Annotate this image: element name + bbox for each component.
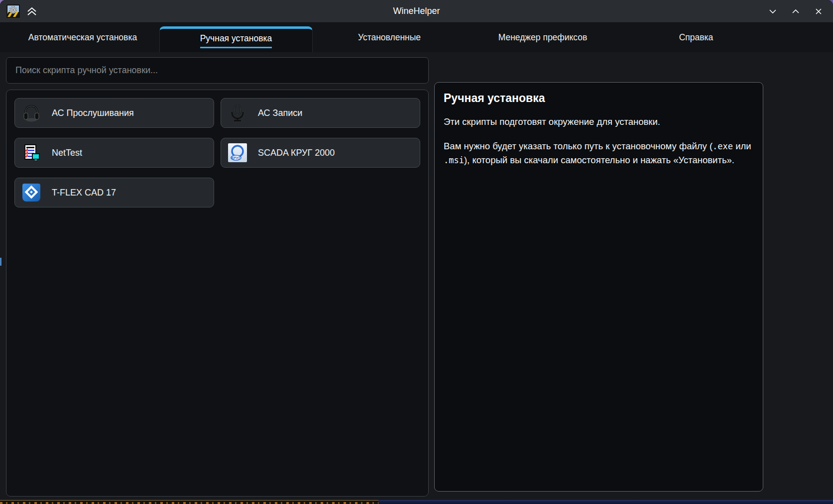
microphone-icon — [228, 103, 247, 123]
maximize-button[interactable] — [790, 6, 801, 17]
winehelper-window: WineHelper Автоматическая установка Ручн… — [0, 0, 833, 500]
tab-prefix-manager[interactable]: Менеджер префиксов — [466, 23, 619, 52]
manual-install-info-panel: Ручная установка Эти скрипты подготовят … — [434, 82, 763, 492]
script-button-as-zapisi[interactable]: АС Записи — [221, 98, 420, 128]
script-label: NetTest — [52, 148, 82, 158]
close-button[interactable] — [813, 6, 824, 17]
script-button-as-proslushivaniya[interactable]: АС Прослушивания — [14, 98, 214, 128]
headphones-icon — [21, 103, 41, 123]
info-paragraph-1: Эти скрипты подготовят окружение для уст… — [444, 115, 754, 129]
background-window-sliver — [0, 258, 1, 266]
script-button-tflex-cad-17[interactable]: T-FLEX CAD 17 — [14, 178, 214, 207]
window-controls — [767, 0, 824, 23]
minimize-button[interactable] — [767, 6, 778, 17]
script-button-nettest[interactable]: NetTest — [14, 138, 214, 168]
tab-installed[interactable]: Установленные — [313, 23, 466, 52]
svg-text:КРУГ: КРУГ — [231, 156, 240, 160]
exe-extension-code: .exe — [713, 141, 733, 151]
script-label: АС Прослушивания — [52, 108, 134, 118]
krug-logo-icon: КРУГ — [228, 143, 247, 163]
tab-help[interactable]: Справка — [619, 23, 773, 52]
main-content: АС Прослушивания АС Записи — [0, 53, 833, 500]
checklist-monitor-icon — [21, 143, 41, 163]
taskbar-right-sliver — [378, 500, 833, 504]
window-title: WineHelper — [0, 6, 833, 16]
script-label: T-FLEX CAD 17 — [52, 188, 116, 198]
search-input[interactable] — [6, 57, 429, 84]
info-panel-title: Ручная установка — [444, 92, 754, 105]
script-label: АС Записи — [258, 108, 302, 118]
script-button-scada-krug-2000[interactable]: КРУГ SCADA КРУГ 2000 — [221, 138, 420, 168]
msi-extension-code: .msi — [444, 155, 464, 165]
tflex-logo-icon — [21, 183, 41, 202]
script-label: SCADA КРУГ 2000 — [258, 148, 335, 158]
taskbar-left-sliver — [0, 500, 378, 504]
tab-auto-install[interactable]: Автоматическая установка — [6, 23, 159, 52]
desktop-bottom-strip — [0, 500, 833, 504]
info-paragraph-2: Вам нужно будет указать только путь к ус… — [444, 139, 754, 168]
manual-scripts-list: АС Прослушивания АС Записи — [6, 90, 429, 497]
titlebar: WineHelper — [0, 0, 833, 23]
tab-bar: Автоматическая установка Ручная установк… — [0, 23, 833, 52]
tab-manual-install[interactable]: Ручная установка — [159, 26, 313, 52]
